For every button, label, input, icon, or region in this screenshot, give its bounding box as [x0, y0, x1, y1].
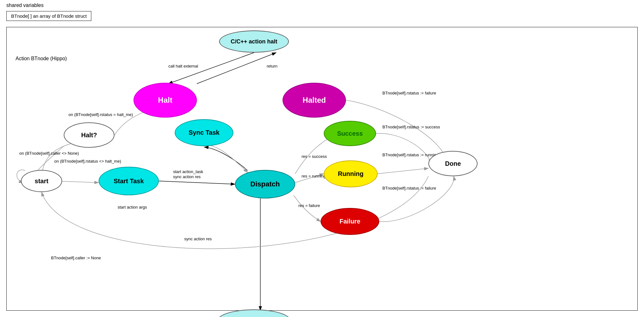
- label-res-running: res = running: [302, 174, 326, 178]
- label-btnode-rstatus-failure-halted: BTnode[self].rstatus := failure: [382, 91, 436, 95]
- node-dispatch: Dispatch: [235, 170, 295, 198]
- label-res-success: res = success: [302, 154, 327, 159]
- label-start-action-task: start action_task: [173, 169, 203, 174]
- main-frame: Action BTnode (Hippo): [6, 27, 638, 311]
- label-btnode-rstatus-success: BTnode[seIf].rstatus := success: [382, 125, 440, 129]
- node-done: Done: [428, 151, 478, 176]
- label-btnode-rstatus-running: BTnode[self].rstatus := running: [382, 152, 439, 157]
- node-running: Running: [324, 160, 378, 187]
- node-halt-q: Halt?: [64, 122, 114, 148]
- label-call-halt-external: call halt external: [168, 64, 198, 68]
- node-halted: Halted: [283, 83, 346, 118]
- node-cc-halt: C/C++ action halt: [219, 30, 289, 53]
- label-on-rstatus-not-halt-me: on (BTnode[self].rstatus <> halt_me): [54, 159, 121, 164]
- node-start-task: Start Task: [99, 167, 159, 195]
- shared-variables-box: BTnode[ ] an array of BTnode struct: [6, 11, 91, 21]
- label-start-action-args: start action args: [118, 205, 147, 210]
- node-sync-task: Sync Task: [175, 119, 233, 146]
- action-btnode-label: Action BTnode (Hippo): [16, 56, 67, 61]
- label-sync-action-res: sync action res: [173, 174, 201, 179]
- node-failure: Failure: [321, 208, 379, 235]
- node-start: start: [21, 170, 62, 192]
- arrows-svg: [7, 27, 637, 310]
- node-halt: Halt: [133, 83, 197, 118]
- label-btnode-rstatus-failure-failure: BTnode[self].rstatus := failure: [382, 186, 436, 191]
- label-on-caller-none: on (BTnode[self].caller <> None): [19, 151, 79, 156]
- label-res-failure: res = failure: [298, 203, 320, 208]
- node-cc-action-task: C/C++ action_task: [218, 309, 290, 317]
- node-success: Success: [324, 121, 376, 146]
- label-return: return: [267, 64, 277, 68]
- label-sync-action-res2: sync action res: [184, 236, 212, 241]
- label-btnode-caller-none: BTnode[self].caller := None: [51, 256, 101, 260]
- shared-variables-label: shared variables: [6, 3, 43, 8]
- page-container: shared variables BTnode[ ] an array of B…: [0, 0, 644, 317]
- label-on-rstatus-halt-me: on (BTnode[self].rstatus = halt_me): [68, 112, 133, 117]
